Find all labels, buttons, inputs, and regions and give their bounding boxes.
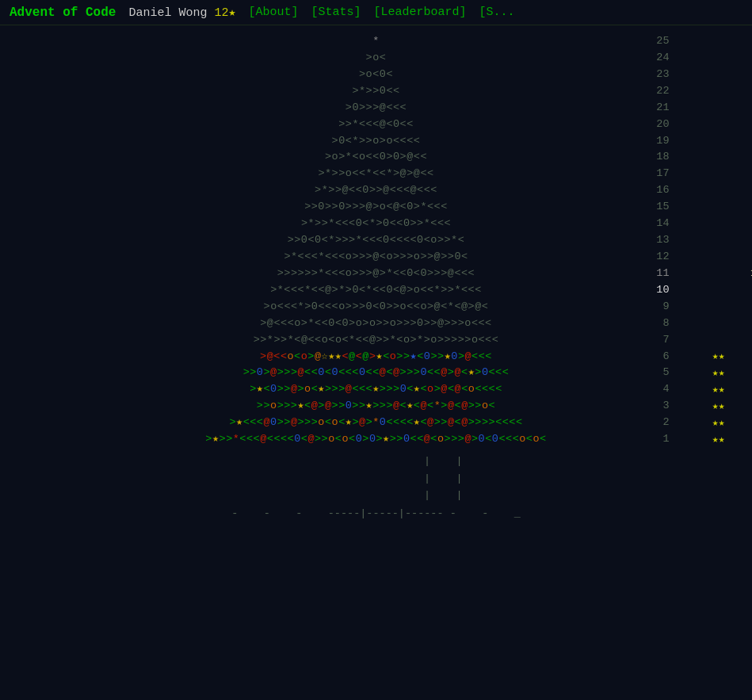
tree-row-colored-6: >@<<o<o>@☆★★<@<@>★<o>>★<0>>★0>@<<< 6 ★★ [59, 349, 693, 365]
tree-text: >o< [59, 50, 693, 67]
tree-row-colored-4: >★<0>>@>o<★>>>@<<<★>>>0<★<o>@<@<o<<<< 4 … [59, 381, 693, 398]
row-number: 9 [651, 299, 670, 316]
tree-row-colored-1: >★>>*<<<@<<<<0<@>>o<o<0>0>★>>0<<@<o>>>@>… [59, 431, 693, 448]
tree-row: >o< 24 [59, 50, 693, 67]
trunk-line: | | [288, 487, 464, 504]
tree-text: >*>>0<< [59, 83, 693, 100]
row-number: 15 [651, 199, 670, 216]
bottom-decor: - - - -----|-----|------ - - _ [231, 507, 521, 519]
tree-row: >*<<<*<<@>*>0<*<<0<@>o<<*>>*<<< 10 [59, 282, 693, 299]
main-content: * 25 >o< 24 >o<0< 23 >*>>0<< 22 >0>>>@<<… [0, 25, 752, 527]
tree-row-colored-3: >>o>>>★<@>@>>0>>★>>>@<★<@<*>@<@>>o< 3 ★★ [59, 398, 693, 415]
row-number: 21 [651, 100, 670, 117]
row-stars: ★★ [712, 415, 725, 431]
row-number: 17 [651, 166, 670, 182]
tree-row: >*>>o<<*<<*>@>@<< 17 [59, 166, 693, 182]
site-title[interactable]: Advent of Code [10, 6, 116, 20]
row-number: 13 [651, 232, 670, 249]
tree-row: >*>>*<<<0<*>0<<0>>*<<< 14 [59, 216, 693, 232]
tree-text: >>0>>0>>>@>o<@<0>*<<< [59, 199, 693, 216]
tree-row: >@<<<o>*<<0<0>o>o>>o>>>0>>@>>>o<<< 8 [59, 316, 693, 332]
tree-text: >o<0< [59, 67, 693, 83]
tree-row: >*>>@<<0>>@<<<@<<< 16 [59, 182, 693, 199]
tree-row: >>>>>>*<<<o>>>@>*<<0<0>>>@<<< 11 14:39:4… [59, 266, 693, 282]
tree-row: >o<<<*>0<<<o>>>0<0>>o<<o>@<*<@>@< 9 [59, 299, 693, 316]
tree-row: >0<*>>o>o<<<< 19 [59, 133, 693, 150]
row-number: 22 [651, 83, 670, 100]
tree-text: >*>>*<<<0<*>0<<0>>*<<< [59, 216, 693, 232]
row-number: 1 [651, 431, 670, 448]
row-stars: ★★ [712, 349, 725, 365]
trunk-line: | | [288, 470, 464, 488]
row-number: 25 [651, 33, 670, 50]
nav-stats[interactable]: [Stats] [311, 6, 361, 19]
row-stars: ★★ [712, 399, 725, 415]
tree-row: >*>>0<< 22 [59, 83, 693, 100]
tree-row: >o>*<o<<0>0>@<< 18 [59, 149, 693, 166]
user-stars: 12★ [214, 6, 235, 20]
tree-row-colored-5: >>0>@>>>@<<0<0<<<0<<@<@>>>0<<@>@<★>0<<< … [59, 365, 693, 381]
row-stars: ★★ [712, 432, 725, 448]
tree-text-colored: >@<<o<o>@☆★★<@<@>★<o>>★<0>>★0>@<<< [59, 349, 693, 365]
row-number: 19 [651, 133, 670, 150]
tree-text: >o>*<o<<0>0>@<< [59, 149, 693, 166]
tree-container: * 25 >o< 24 >o<0< 23 >*>>0<< 22 >0>>>@<<… [59, 33, 693, 448]
row-number: 20 [651, 117, 670, 133]
tree-text: >0<*>>o>o<<<< [59, 133, 693, 150]
row-number: 2 [651, 415, 670, 431]
user-info: Daniel Wong 12★ [128, 5, 235, 20]
row-number: 18 [651, 149, 670, 166]
tree-row: >>*>>*<@<<o<o<*<<@>>*<o>*>o>>>>>o<<< 7 [59, 332, 693, 349]
row-number: 16 [651, 182, 670, 199]
tree-row: >>0>>0>>>@>o<@<0>*<<< 15 [59, 199, 693, 216]
tree-text: >>0<0<*>>>*<<<0<<<<0<o>>*< [59, 232, 693, 249]
tree-text-colored: >>0>@>>>@<<0<0<<<0<<@<@>>>0<<@>@<★>0<<< [59, 365, 693, 381]
tree-row-colored-2: >★<<<@0>>@>>>o<o<★>@>*0<<<<★<@>>@<@>>>><… [59, 415, 693, 431]
user-name: Daniel Wong [128, 6, 207, 20]
tree-row: >0>>>@<<< 21 [59, 100, 693, 117]
row-number: 12 [651, 249, 670, 266]
row-number: 7 [651, 332, 670, 349]
tree-text: >*>>@<<0>>@<<<@<<< [59, 182, 693, 199]
row-number: 11 [651, 266, 670, 282]
tree-text: >o<<<*>0<<<o>>>0<0>>o<<o>@<*<@>@< [59, 299, 693, 316]
tree-text-colored: >★>>*<<<@<<<<0<@>>o<o<0>0>★>>0<<@<o>>>@>… [59, 431, 693, 448]
tree-row: >>0<0<*>>>*<<<0<<<<0<o>>*< 13 [59, 232, 693, 249]
header: Advent of Code Daniel Wong 12★ [About] [… [0, 0, 752, 25]
row-number: 24 [651, 50, 670, 67]
tree-row: >>*<<<@<0<< 20 [59, 117, 693, 133]
tree-text-colored: >★<0>>@>o<★>>>@<<<★>>>0<★<o>@<@<o<<<< [59, 381, 693, 398]
tree-text: >@<<<o>*<<0<0>o>o>>o>>>0>>@>>>o<<< [59, 316, 693, 332]
tree-text-colored: >★<<<@0>>@>>>o<o<★>@>*0<<<<★<@>>@<@>>>><… [59, 415, 693, 431]
row-number: 23 [651, 67, 670, 83]
trunk-line: | | [288, 453, 464, 470]
tree-text: >*<<<*<<<o>>>@<o>>>o>>@>>0< [59, 249, 693, 266]
nav-leaderboard[interactable]: [Leaderboard] [374, 6, 467, 19]
row-number: 5 [651, 365, 670, 381]
tree-text: >>*<<<@<0<< [59, 117, 693, 133]
row-number: 14 [651, 216, 670, 232]
tree-text: >0>>>@<<< [59, 100, 693, 117]
row-stars: ★★ [712, 382, 725, 398]
row-number: 6 [651, 349, 670, 365]
tree-text-colored: >>o>>>★<@>@>>0>>★>>>@<★<@<*>@<@>>o< [59, 398, 693, 415]
tree-row: >*<<<*<<<o>>>@<o>>>o>>@>>0< 12 [59, 249, 693, 266]
row-number: 3 [651, 398, 670, 415]
tree-text: >>*>>*<@<<o<o<*<<@>>*<o>*>o>>>>>o<<< [59, 332, 693, 349]
row-stars: ★★ [712, 365, 725, 381]
tree-text: >*>>o<<*<<*>@>@<< [59, 166, 693, 182]
tree-row: * 25 [59, 33, 693, 50]
trunk-section: | | | | | | - - - -----|-----|------ - -… [231, 453, 521, 519]
row-number: 4 [651, 381, 670, 398]
tree-text: >*<<<*<<@>*>0<*<<0<@>o<<*>>*<<< [59, 282, 693, 299]
tree-text: * [59, 33, 693, 50]
nav-settings[interactable]: [S... [479, 6, 515, 19]
row-number: 10 [651, 282, 670, 299]
tree-text: >>>>>>*<<<o>>>@>*<<0<0>>>@<<< [59, 266, 693, 282]
tree-row: >o<0< 23 [59, 67, 693, 83]
nav-about[interactable]: [About] [249, 6, 299, 19]
row-number: 8 [651, 316, 670, 332]
